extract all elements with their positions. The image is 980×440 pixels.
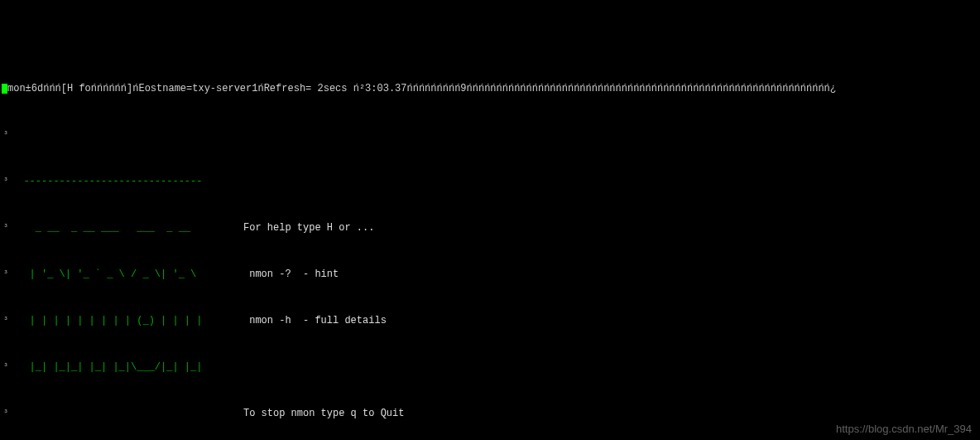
ascii-logo-line4: |_| |_|_| |_| |_|\___/|_| |_| (12, 361, 202, 373)
time-value: ń²3:03.37 (353, 83, 407, 94)
refresh-value: 2secs (311, 83, 353, 94)
ascii-logo-line3: | | | | | | | | | (_) | | | | (12, 315, 202, 326)
line-marker: ³ (2, 361, 12, 373)
line-marker: ³ (2, 408, 12, 419)
help-line2: nmon -? - hint (243, 268, 339, 280)
help-line1: For help type H or ... (243, 222, 374, 234)
header-suffix: ńńńńńńńńń9ńńńńńńńńńńńńńńńńńńńńńńńńńńńńńń… (407, 83, 836, 94)
help-line3: nmon -h - full details (243, 315, 387, 326)
line-marker: ³ (2, 176, 12, 187)
ascii-logo-line1: _ __ _ __ ___ ___ _ __ (12, 222, 202, 234)
header-prefix: mon±6dńńń[H fońńńńńń]ńEostname= (7, 83, 192, 94)
line-marker: ³ (2, 315, 12, 326)
terminal-output: mon±6dńńń[H fońńńńńń]ńEostname=txy-serve… (0, 46, 980, 440)
header-line: mon±6dńńń[H fońńńńńń]ńEostname=txy-serve… (2, 83, 978, 94)
watermark-text: https://blog.csdn.net/Mr_394 (836, 423, 972, 435)
line-marker: ³ (2, 222, 12, 234)
cursor-icon (2, 84, 7, 94)
ascii-dash-top: ------------------------------ (12, 176, 202, 187)
hostname-value: txy-server1 (192, 83, 257, 94)
line-marker: ³ (2, 268, 12, 280)
line-marker: ³ (2, 129, 12, 141)
help-quit-line: To stop nmon type q to Quit (243, 408, 404, 419)
refresh-label: ńRefresh= (257, 83, 311, 94)
ascii-logo-line2: | '_ \| '_ ` _ \ / _ \| '_ \ (12, 268, 202, 280)
